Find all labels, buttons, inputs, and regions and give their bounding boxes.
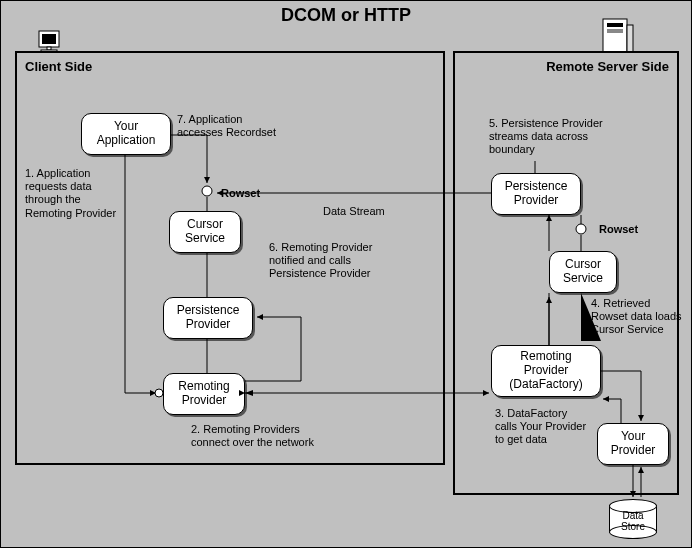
rowset-client-label: Rowset xyxy=(221,187,260,200)
cursor-service-server-node: CursorService xyxy=(549,251,617,293)
diagram-title: DCOM or HTTP xyxy=(1,5,691,26)
step3-label: 3. DataFactorycalls Your Providerto get … xyxy=(495,407,605,447)
data-store-cylinder: DataStore xyxy=(609,499,657,539)
persistence-provider-server-node: PersistenceProvider xyxy=(491,173,581,215)
your-provider-node: YourProvider xyxy=(597,423,669,465)
server-panel-label: Remote Server Side xyxy=(546,59,669,74)
diagram-canvas: DCOM or HTTP Client Side Remote Server S… xyxy=(0,0,692,548)
step4-label: 4. RetrievedRowset data loadsCursor Serv… xyxy=(591,297,691,337)
data-stream-label: Data Stream xyxy=(323,205,385,218)
remoting-provider-client-node: RemotingProvider xyxy=(163,373,245,415)
data-store-label: DataStore xyxy=(609,511,657,532)
step1-label: 1. Applicationrequests datathrough theRe… xyxy=(25,167,135,220)
client-panel-label: Client Side xyxy=(25,59,92,74)
step7-label: 7. Applicationaccesses Recordset xyxy=(177,113,297,139)
persistence-provider-client-node: PersistenceProvider xyxy=(163,297,253,339)
remoting-provider-server-node: RemotingProvider(DataFactory) xyxy=(491,345,601,397)
svg-rect-1 xyxy=(42,34,56,44)
rowset-server-label: Rowset xyxy=(599,223,638,236)
step2-label: 2. Remoting Providersconnect over the ne… xyxy=(191,423,351,449)
step6-label: 6. Remoting Providernotified and callsPe… xyxy=(269,241,399,281)
svg-rect-8 xyxy=(607,29,623,33)
cursor-service-client-node: CursorService xyxy=(169,211,241,253)
step5-label: 5. Persistence Providerstreams data acro… xyxy=(489,117,649,157)
your-application-node: YourApplication xyxy=(81,113,171,155)
svg-rect-7 xyxy=(607,23,623,27)
